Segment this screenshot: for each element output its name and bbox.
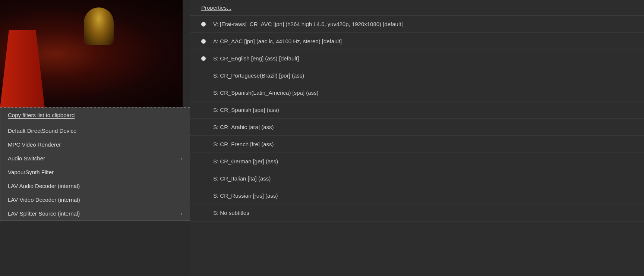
context-menu-item-audio-switcher[interactable]: Audio Switcher› bbox=[0, 151, 190, 165]
submenu-arrow-icon: › bbox=[181, 211, 182, 216]
stream-item-video-stream[interactable]: V: [Erai-raws]_CR_AVC [jpn] (h264 high L… bbox=[190, 16, 644, 33]
stream-item-sub-arabic[interactable]: S: CR_Arabic [ara] (ass) bbox=[190, 119, 644, 136]
context-menu-item-lav-video-decoder[interactable]: LAV Video Decoder (internal) bbox=[0, 193, 190, 207]
stream-item-sub-spanish[interactable]: S: CR_Spanish [spa] (ass) bbox=[190, 101, 644, 119]
stream-item-audio-stream[interactable]: A: CR_AAC [jpn] (aac lc, 44100 Hz, stere… bbox=[190, 33, 644, 50]
stream-text: A: CR_AAC [jpn] (aac lc, 44100 Hz, stere… bbox=[213, 38, 633, 44]
context-menu-item-vapoursynth-filter[interactable]: VapourSynth Filter bbox=[0, 165, 190, 179]
context-menu-item-lav-audio-decoder[interactable]: LAV Audio Decoder (internal) bbox=[0, 179, 190, 193]
video-preview bbox=[0, 0, 183, 108]
stream-item-sub-none[interactable]: S: No subtitles bbox=[190, 204, 644, 222]
stream-text: S: CR_Russian [rus] (ass) bbox=[213, 192, 633, 199]
context-menu-item-copy-filters[interactable]: Copy filters list to clipboard bbox=[0, 108, 190, 122]
submenu-arrow-icon: › bbox=[181, 156, 182, 161]
stream-text: S: CR_French [fre] (ass) bbox=[213, 141, 633, 147]
stream-panel: Properties... V: [Erai-raws]_CR_AVC [jpn… bbox=[190, 0, 644, 276]
stream-text: V: [Erai-raws]_CR_AVC [jpn] (h264 high L… bbox=[213, 21, 633, 27]
context-menu: Copy filters list to clipboardDefault Di… bbox=[0, 107, 190, 221]
stream-item-sub-german[interactable]: S: CR_German [ger] (ass) bbox=[190, 153, 644, 170]
stream-bullet bbox=[201, 22, 206, 26]
menu-separator bbox=[0, 123, 190, 123]
stream-item-sub-italian[interactable]: S: CR_Italian [ita] (ass) bbox=[190, 170, 644, 187]
stream-text: S: CR_Arabic [ara] (ass) bbox=[213, 124, 633, 130]
stream-item-sub-french[interactable]: S: CR_French [fre] (ass) bbox=[190, 136, 644, 153]
properties-item[interactable]: Properties... bbox=[190, 0, 644, 16]
stream-text: S: CR_Italian [ita] (ass) bbox=[213, 175, 633, 182]
properties-label[interactable]: Properties... bbox=[201, 4, 231, 11]
context-menu-item-lav-splitter-source[interactable]: LAV Splitter Source (internal)› bbox=[0, 207, 190, 220]
stream-item-sub-russian[interactable]: S: CR_Russian [rus] (ass) bbox=[190, 187, 644, 204]
context-menu-item-default-directsound[interactable]: Default DirectSound Device bbox=[0, 124, 190, 138]
stream-text: S: CR_Spanish [spa] (ass) bbox=[213, 107, 633, 113]
stream-text: S: No subtitles bbox=[213, 210, 633, 216]
stream-text: S: CR_Portuguese(Brazil) [por] (ass) bbox=[213, 72, 633, 79]
stream-text: S: CR_Spanish(Latin_America) [spa] (ass) bbox=[213, 90, 633, 96]
stream-item-sub-english[interactable]: S: CR_English [eng] (ass) [default] bbox=[190, 50, 644, 67]
stream-item-sub-spanish-la[interactable]: S: CR_Spanish(Latin_America) [spa] (ass) bbox=[190, 84, 644, 101]
stream-text: S: CR_German [ger] (ass) bbox=[213, 158, 633, 164]
stream-bullet bbox=[201, 39, 206, 44]
context-menu-item-mpc-video-renderer[interactable]: MPC Video Renderer bbox=[0, 138, 190, 151]
stream-text: S: CR_English [eng] (ass) [default] bbox=[213, 55, 633, 62]
stream-item-sub-portuguese[interactable]: S: CR_Portuguese(Brazil) [por] (ass) bbox=[190, 67, 644, 84]
stream-bullet bbox=[201, 56, 206, 61]
